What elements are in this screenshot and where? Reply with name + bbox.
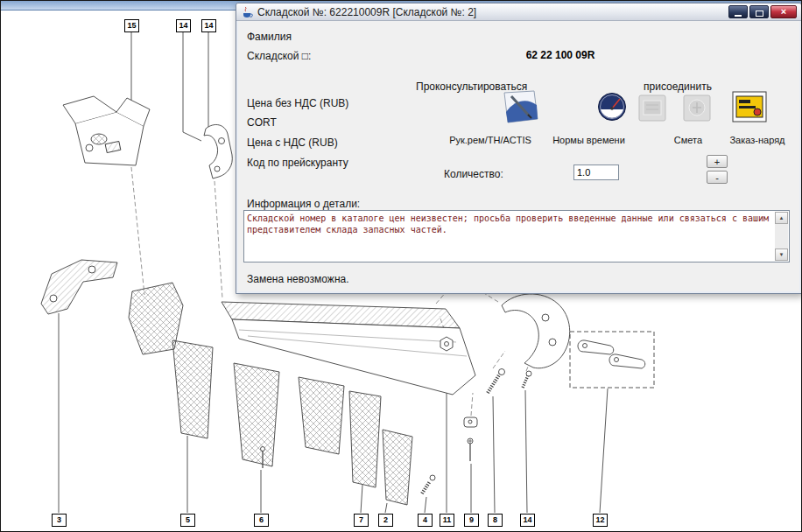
bottom-part-callout-6[interactable]: 6 <box>254 514 269 527</box>
info-scrollbar[interactable]: ▲ ▼ <box>775 212 788 261</box>
bottom-part-callout-4[interactable]: 4 <box>418 514 433 527</box>
bottom-part-callout-2[interactable]: 2 <box>378 514 393 527</box>
right-end-bracket[interactable] <box>502 294 570 368</box>
time-norms-button[interactable] <box>597 92 627 124</box>
bottom-part-callout-3[interactable]: 3 <box>52 514 67 527</box>
quantity-increase-button[interactable]: + <box>707 155 728 168</box>
manual-actis-button[interactable] <box>499 89 539 129</box>
attach-disabled-button[interactable] <box>638 94 666 124</box>
close-button[interactable]: × <box>770 5 797 18</box>
attach-header: присоединить <box>644 80 712 93</box>
quantity-input[interactable] <box>573 164 619 180</box>
top-part-callout-15[interactable]: 15 <box>124 19 139 32</box>
bottom-part-callout-9[interactable]: 9 <box>464 514 479 527</box>
manual-actis-icon <box>499 89 539 126</box>
part-info-textarea[interactable]: Складской номер в каталоге цен неизвесте… <box>243 210 790 262</box>
minimize-button[interactable] <box>728 5 748 18</box>
price-no-vat-label: Цена без НДС (RUB) <box>247 97 348 109</box>
info-label: Информация о детали: <box>247 198 360 210</box>
dialog-titlebar[interactable]: Складской №: 622210009R [Складской №: 2]… <box>236 4 801 21</box>
top-part-callout-14[interactable]: 14 <box>176 19 191 32</box>
warehouse-label: Складской □: <box>247 50 311 62</box>
maximize-button[interactable] <box>749 5 769 18</box>
warehouse-number-value: 62 22 100 09R <box>482 49 639 61</box>
quantity-decrease-button[interactable]: - <box>707 171 728 184</box>
replacement-status-text: Замена невозможна. <box>247 273 349 285</box>
window-controls: × <box>728 5 797 18</box>
top-part-callout-14[interactable]: 14 <box>201 19 216 32</box>
center-bracket[interactable] <box>299 377 344 454</box>
dialog-title: Складской №: 622210009R [Складской №: 2] <box>257 6 476 18</box>
manual-actis-label: Рук.рем/TH/ACTIS <box>440 135 541 145</box>
minimize-icon <box>735 15 742 17</box>
part-2-bracket[interactable] <box>383 430 412 505</box>
pricelist-code-label: Код по прейскуранту <box>247 157 348 169</box>
part-14-bracket[interactable] <box>204 124 232 178</box>
close-icon: × <box>781 6 786 17</box>
estimate-label: Смета <box>662 135 714 145</box>
part-11-nut[interactable] <box>440 337 453 351</box>
scroll-down-button[interactable]: ▼ <box>775 248 788 261</box>
part-12-group[interactable] <box>570 332 654 388</box>
part-info-dialog: Складской №: 622210009R [Складской №: 2]… <box>236 3 802 294</box>
work-order-button[interactable] <box>731 89 768 127</box>
part-3-bracket[interactable] <box>41 260 117 314</box>
estimate-icon <box>683 94 711 122</box>
scroll-down-icon: ▼ <box>779 252 784 257</box>
scroll-up-icon: ▲ <box>779 215 784 220</box>
bottom-part-callout-8[interactable]: 8 <box>488 514 503 527</box>
time-norms-gauge-icon <box>597 92 627 122</box>
attach-disabled-icon <box>638 94 666 122</box>
part-6-bracket[interactable] <box>234 363 279 468</box>
application-window: 15141435672411981412 Складской №: 622210… <box>0 0 802 532</box>
part-info-text: Складской номер в каталоге цен неизвесте… <box>247 213 773 260</box>
part-5-bracket[interactable] <box>172 340 213 438</box>
time-norms-label: Нормы времени <box>547 135 630 145</box>
bottom-part-callout-12[interactable]: 12 <box>593 514 608 527</box>
cort-label: CORT <box>247 116 277 129</box>
surname-label: Фамилия <box>247 31 292 43</box>
quantity-label: Количество: <box>444 168 503 180</box>
work-order-label: Заказ-наряд <box>718 135 797 145</box>
part-15-box[interactable] <box>63 96 150 165</box>
bottom-part-callout-5[interactable]: 5 <box>180 514 195 527</box>
part-7-bracket[interactable] <box>349 391 381 487</box>
work-order-icon <box>731 89 768 124</box>
maximize-icon <box>756 10 763 17</box>
java-app-icon <box>241 6 253 18</box>
part-9-clip[interactable] <box>464 417 477 461</box>
part-14-screw[interactable] <box>523 371 531 388</box>
scroll-up-button[interactable]: ▲ <box>775 212 788 224</box>
part-8-bolt[interactable] <box>488 369 505 394</box>
bottom-part-callout-7[interactable]: 7 <box>354 514 369 527</box>
part-4-screw[interactable] <box>422 475 435 494</box>
bottom-part-callout-11[interactable]: 11 <box>440 514 454 527</box>
bottom-part-callout-14[interactable]: 14 <box>520 514 535 527</box>
price-with-vat-label: Цена с НДС (RUB) <box>247 136 338 149</box>
estimate-button[interactable] <box>683 94 711 124</box>
